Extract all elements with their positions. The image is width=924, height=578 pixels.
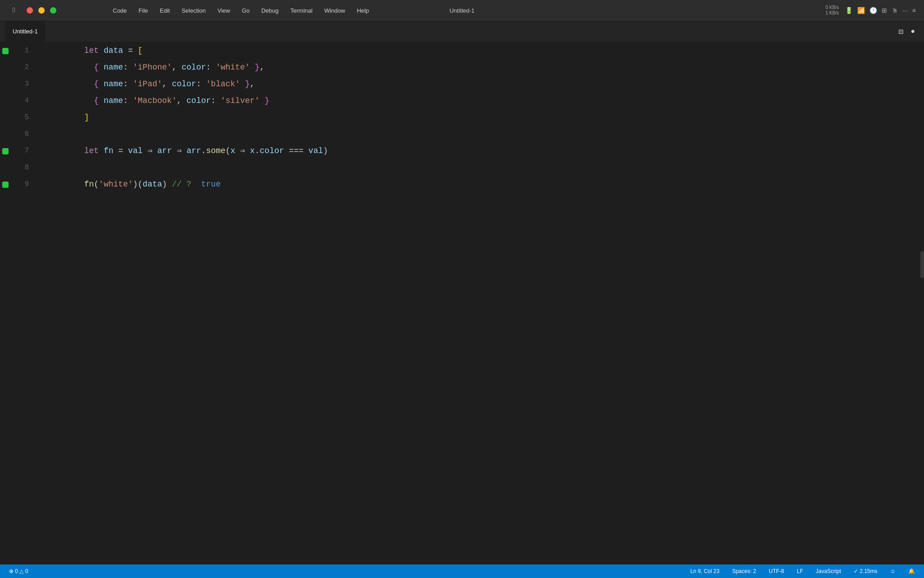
statusbar-right: Ln 9, Col 23 Spaces: 2 UTF-8 LF JavaScri… bbox=[688, 568, 917, 574]
line-num-1: 1 bbox=[11, 42, 38, 59]
menu-terminal[interactable]: Terminal bbox=[286, 5, 317, 16]
cursor-position[interactable]: Ln 9, Col 23 bbox=[688, 568, 721, 574]
timing: ✓ 2.15ms bbox=[852, 568, 879, 574]
error-count[interactable]: ⊗ 0 △ 0 bbox=[7, 568, 30, 574]
code-line-4: 4 { name: 'Macbook', color: 'silver' } bbox=[0, 93, 924, 109]
breakpoint-1[interactable] bbox=[0, 42, 11, 59]
breakpoint-3[interactable] bbox=[0, 76, 11, 93]
smiley-icon[interactable]: ☺ bbox=[888, 568, 897, 574]
scrollbar[interactable] bbox=[920, 251, 924, 278]
line-num-6: 6 bbox=[11, 126, 38, 143]
network-stats: 0 KB/s 1 KB/s bbox=[826, 5, 839, 16]
battery-icon: 🔋 bbox=[845, 7, 853, 14]
error-icon: ⊗ bbox=[9, 568, 14, 574]
menu-edit[interactable]: Edit bbox=[155, 5, 174, 16]
breakpoint-7[interactable] bbox=[0, 143, 11, 159]
window-title: Untitled-1 bbox=[449, 7, 475, 14]
line-num-7: 7 bbox=[11, 143, 38, 159]
line-num-3: 3 bbox=[11, 76, 38, 93]
menu-code[interactable]: Code bbox=[108, 5, 131, 16]
menu-go[interactable]: Go bbox=[237, 5, 254, 16]
error-number: 0 bbox=[15, 568, 18, 574]
more-icon: ··· bbox=[902, 7, 908, 14]
bell-icon[interactable]: 🔔 bbox=[906, 568, 917, 574]
warning-icon: △ bbox=[19, 568, 23, 574]
code-line-7: 7 let fn = val ⇒ arr ⇒ arr.some(x ⇒ x.co… bbox=[0, 143, 924, 159]
editor: 1 let data = [ 2 { name: 'iPhone', color… bbox=[0, 42, 924, 564]
wifi-icon: 📶 bbox=[857, 7, 865, 14]
breakpoint-4[interactable] bbox=[0, 93, 11, 109]
warning-number: 0 bbox=[25, 568, 28, 574]
encoding[interactable]: UTF-8 bbox=[767, 568, 786, 574]
menu-selection[interactable]: Selection bbox=[177, 5, 210, 16]
line-num-8: 8 bbox=[11, 159, 38, 176]
breakpoint-2[interactable] bbox=[0, 59, 11, 76]
network-down: 1 KB/s bbox=[826, 10, 839, 16]
apple-menu[interactable]:  bbox=[8, 5, 21, 16]
tab-label: Untitled-1 bbox=[13, 28, 38, 35]
code-line-9: 9 fn('white')(data) // ? true bbox=[0, 176, 924, 193]
line-num-4: 4 bbox=[11, 93, 38, 109]
split-editor-button[interactable]: ⊡ bbox=[899, 27, 904, 37]
menu-file[interactable]: File bbox=[134, 5, 152, 16]
breakpoint-9[interactable] bbox=[0, 176, 11, 193]
menu-view[interactable]: View bbox=[213, 5, 235, 16]
code-content-9[interactable]: fn('white')(data) // ? true bbox=[38, 159, 221, 210]
menu-debug[interactable]: Debug bbox=[257, 5, 283, 16]
line-num-9: 9 bbox=[11, 176, 38, 193]
status-icons: 🔋 📶 🕐 ⊞ 🖱 ··· ≡ bbox=[845, 7, 916, 14]
close-button[interactable] bbox=[27, 7, 33, 14]
language-mode[interactable]: JavaScript bbox=[814, 568, 843, 574]
indentation[interactable]: Spaces: 2 bbox=[730, 568, 758, 574]
menu-help[interactable]: Help bbox=[352, 5, 374, 16]
statusbar-left: ⊗ 0 △ 0 bbox=[7, 568, 30, 574]
list-icon: ≡ bbox=[912, 7, 916, 14]
tab-actions: ⊡ ● bbox=[899, 27, 924, 37]
unsaved-dot: ● bbox=[910, 28, 915, 36]
network-up: 0 KB/s bbox=[826, 5, 839, 10]
titlebar:  Code File Edit Selection View Go Debug… bbox=[0, 0, 924, 21]
breakpoint-5[interactable] bbox=[0, 109, 11, 126]
titlebar-left:  bbox=[0, 5, 99, 16]
clock-icon: 🕐 bbox=[869, 7, 877, 14]
finder-icon: 🖱 bbox=[892, 7, 898, 14]
line-num-5: 5 bbox=[11, 109, 38, 126]
titlebar-right: 0 KB/s 1 KB/s 🔋 📶 🕐 ⊞ 🖱 ··· ≡ bbox=[826, 5, 924, 16]
line-num-2: 2 bbox=[11, 59, 38, 76]
maximize-button[interactable] bbox=[50, 7, 56, 14]
eol[interactable]: LF bbox=[795, 568, 805, 574]
statusbar: ⊗ 0 △ 0 Ln 9, Col 23 Spaces: 2 UTF-8 LF … bbox=[0, 564, 924, 578]
menu-window[interactable]: Window bbox=[320, 5, 350, 16]
minimize-button[interactable] bbox=[38, 7, 45, 14]
code-line-5: 5 ] bbox=[0, 109, 924, 126]
breakpoint-8[interactable] bbox=[0, 159, 11, 176]
breakpoint-6[interactable] bbox=[0, 126, 11, 143]
control-center-icon: ⊞ bbox=[882, 7, 887, 14]
